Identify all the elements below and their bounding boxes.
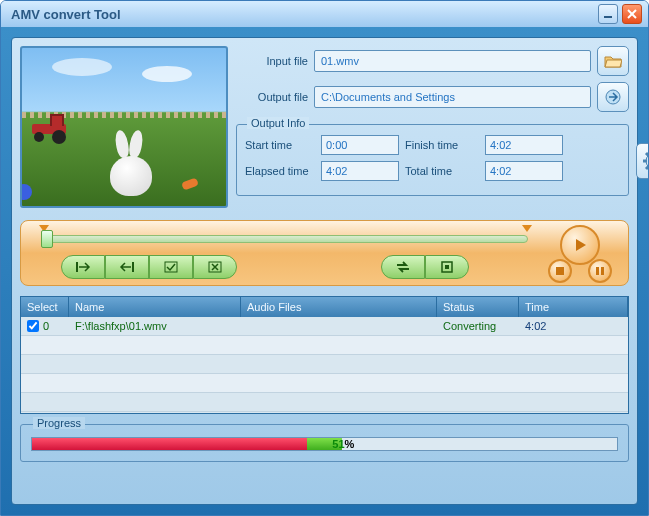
row-status: Converting — [437, 317, 519, 335]
browse-output-button[interactable] — [597, 82, 629, 112]
minimize-button[interactable] — [598, 4, 618, 24]
svg-rect-20 — [556, 267, 564, 275]
settings-button[interactable] — [636, 143, 649, 179]
timeline-thumb[interactable] — [41, 230, 53, 248]
convert-button[interactable] — [381, 255, 425, 279]
elapsed-time-label: Elapsed time — [245, 165, 315, 177]
progress-legend: Progress — [33, 417, 85, 429]
mark-button-row — [61, 255, 237, 279]
mark-out-icon — [119, 261, 135, 273]
folder-open-icon — [604, 54, 622, 68]
svg-rect-21 — [596, 267, 599, 275]
col-name[interactable]: Name — [69, 297, 241, 317]
mark-in-button[interactable] — [61, 255, 105, 279]
row-index: 0 — [43, 320, 49, 332]
window-body: Input file Output file — [1, 27, 648, 515]
stop-square-icon — [441, 261, 453, 273]
col-status[interactable]: Status — [437, 297, 519, 317]
video-preview — [20, 46, 228, 208]
playback-controls — [542, 225, 618, 283]
input-file-label: Input file — [236, 55, 308, 67]
output-file-label: Output file — [236, 91, 308, 103]
svg-rect-19 — [445, 265, 449, 269]
browse-input-button[interactable] — [597, 46, 629, 76]
input-file-field[interactable] — [314, 50, 591, 72]
bunny-graphic — [102, 130, 158, 196]
pause-icon — [595, 266, 605, 276]
col-audio[interactable]: Audio Files — [241, 297, 437, 317]
close-button[interactable] — [622, 4, 642, 24]
mark-in-icon — [75, 261, 91, 273]
check-box-icon — [164, 261, 178, 273]
pause-button[interactable] — [588, 259, 612, 283]
window-title: AMV convert Tool — [7, 7, 594, 22]
output-file-field[interactable] — [314, 86, 591, 108]
total-time-label: Total time — [405, 165, 479, 177]
mark-out-button[interactable] — [105, 255, 149, 279]
start-time-label: Start time — [245, 139, 315, 151]
elapsed-time-field[interactable] — [321, 161, 399, 181]
globe-arrow-icon — [604, 88, 622, 106]
stop-icon — [555, 266, 565, 276]
tractor-graphic — [32, 118, 66, 140]
svg-rect-16 — [165, 262, 177, 272]
total-time-field[interactable] — [485, 161, 563, 181]
stop-button[interactable] — [548, 259, 572, 283]
file-column: Input file Output file — [236, 46, 629, 208]
x-box-icon — [208, 261, 222, 273]
col-time[interactable]: Time — [519, 297, 628, 317]
progress-text: 51% — [332, 438, 354, 450]
row-name: F:\flashfxp\01.wmv — [69, 317, 241, 335]
finish-time-label: Finish time — [405, 139, 479, 151]
start-time-field[interactable] — [321, 135, 399, 155]
play-button[interactable] — [560, 225, 600, 265]
progress-group: Progress 51% — [20, 424, 629, 462]
output-info-group: Output Info Start time Finish time Elaps… — [236, 124, 629, 196]
table-header: Select Name Audio Files Status Time — [21, 297, 628, 317]
timeline-track[interactable] — [41, 235, 528, 243]
gear-icon — [643, 150, 649, 172]
file-table: Select Name Audio Files Status Time 0 F:… — [20, 296, 629, 414]
timeline-bar — [20, 220, 629, 286]
row-checkbox[interactable] — [27, 320, 39, 332]
col-select[interactable]: Select — [21, 297, 69, 317]
output-info-legend: Output Info — [247, 117, 309, 129]
row-time: 4:02 — [519, 317, 628, 335]
table-row[interactable]: 0 F:\flashfxp\01.wmv Converting 4:02 — [21, 317, 628, 336]
play-icon — [572, 237, 588, 253]
finish-time-field[interactable] — [485, 135, 563, 155]
range-end-marker-icon[interactable] — [522, 225, 532, 232]
main-panel: Input file Output file — [11, 37, 638, 505]
titlebar: AMV convert Tool — [1, 1, 648, 27]
convert-button-row — [381, 255, 469, 279]
app-window: AMV convert Tool Input file — [0, 0, 649, 516]
select-all-button[interactable] — [149, 255, 193, 279]
svg-rect-22 — [601, 267, 604, 275]
convert-icon — [395, 261, 411, 273]
row-audio — [241, 317, 437, 335]
top-row: Input file Output file — [20, 46, 629, 208]
progress-bar: 51% — [31, 437, 618, 451]
stop-convert-button[interactable] — [425, 255, 469, 279]
deselect-all-button[interactable] — [193, 255, 237, 279]
